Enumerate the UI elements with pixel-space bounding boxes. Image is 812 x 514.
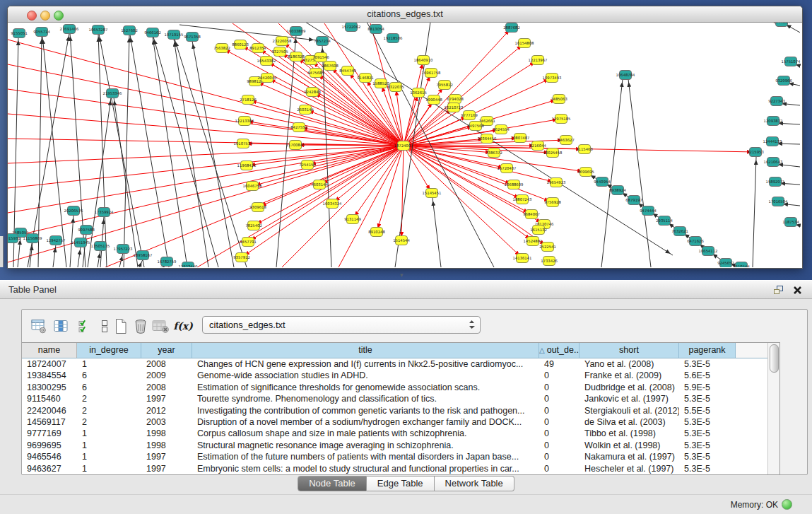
column-header-title[interactable]: title	[192, 343, 539, 358]
graph-node[interactable]: 10648784	[616, 71, 636, 80]
graph-node[interactable]: 13505135	[91, 242, 110, 251]
graph-node[interactable]: 15720407	[498, 164, 517, 173]
graph-node[interactable]: 8860123	[232, 40, 249, 49]
graph-node[interactable]: 16961758	[422, 69, 442, 78]
column-header-pagerank[interactable]: pagerank	[679, 343, 736, 358]
graph-node[interactable]: 10688609	[505, 180, 524, 189]
graph-node[interactable]: 9463627	[558, 136, 575, 145]
graph-node[interactable]: 6210544	[733, 262, 750, 268]
graph-node[interactable]: 7825402	[245, 221, 262, 230]
graph-node[interactable]: 8322035	[387, 83, 404, 92]
graph-node[interactable]: 7091546	[312, 53, 329, 62]
column-header-name[interactable]: name	[22, 343, 77, 358]
graph-node[interactable]: 9329966	[775, 76, 792, 86]
graph-node[interactable]: 9699695	[577, 168, 594, 177]
new-table-icon[interactable]	[111, 317, 131, 335]
table-select-dropdown[interactable]: citations_edges.txt	[202, 316, 481, 334]
delete-table-icon[interactable]	[131, 317, 151, 335]
tab-network-table[interactable]: Network Table	[435, 476, 514, 491]
graph-node[interactable]: 11451945	[71, 238, 90, 247]
graph-node[interactable]: 9474444	[640, 206, 657, 216]
graph-node[interactable]: 9327505	[271, 47, 288, 57]
table-options-icon[interactable]	[29, 317, 49, 335]
graph-node[interactable]: 9309618	[249, 203, 266, 212]
graph-node[interactable]: 17016504	[769, 197, 789, 206]
graph-node[interactable]: 7386372	[486, 148, 502, 158]
graph-node[interactable]: 9357912	[233, 253, 250, 262]
graph-node[interactable]: 10653287	[89, 25, 108, 35]
graph-node[interactable]: 27691406	[60, 25, 80, 34]
graph-node[interactable]: 7254154	[299, 160, 316, 170]
table-row[interactable]: 1938455462009Genome-wide association stu…	[22, 370, 768, 381]
graph-node[interactable]: 6471626	[687, 237, 704, 246]
graph-node[interactable]: 1990448	[425, 95, 442, 105]
function-builder-icon[interactable]: f(x)	[173, 317, 193, 335]
table-scrollbar[interactable]	[767, 343, 779, 474]
table-row[interactable]: 946554611997Estimation of the future num…	[22, 451, 768, 462]
float-panel-icon[interactable]	[773, 285, 784, 298]
graph-node[interactable]: 15722062	[342, 23, 361, 32]
graph-node[interactable]: 16046758	[243, 182, 263, 191]
graph-node[interactable]: 15892971	[766, 177, 785, 187]
graph-node[interactable]: 17957223	[114, 245, 133, 254]
graph-node[interactable]: 7857234	[314, 37, 331, 46]
graph-node[interactable]: 12975185	[552, 115, 571, 124]
network-window-titlebar[interactable]: citations_edges.txt	[8, 6, 802, 23]
table-row[interactable]: 2242004622012Investigating the contribut…	[22, 405, 768, 416]
graph-node[interactable]: 10107534	[234, 139, 254, 148]
graph-node[interactable]: 9457791	[240, 238, 257, 247]
delete-column-icon[interactable]	[151, 317, 170, 335]
graph-node[interactable]: 7955812	[436, 81, 453, 90]
tab-edge-table[interactable]: Edge Table	[367, 476, 435, 491]
graph-node[interactable]: 8454749	[339, 66, 356, 76]
graph-node[interactable]: 23226058	[273, 37, 293, 46]
graph-node[interactable]: 9227343	[768, 97, 785, 106]
graph-node[interactable]: 2603144	[297, 105, 314, 115]
graph-node[interactable]: 8215953	[747, 148, 764, 157]
graph-node[interactable]: 18640910	[414, 56, 434, 65]
graph-node[interactable]: 19218506	[384, 34, 404, 43]
splitter-handle-icon[interactable]: ▾	[400, 271, 404, 279]
graph-node[interactable]: 1733426	[541, 257, 558, 266]
table-row[interactable]: 1456911722003Disruption of a novel membe…	[22, 416, 768, 428]
close-panel-icon[interactable]	[793, 285, 802, 298]
graph-node[interactable]: 6497568	[467, 122, 484, 131]
graph-node[interactable]: 8427552	[290, 123, 307, 132]
graph-node[interactable]: 16154808	[515, 39, 535, 48]
graph-node[interactable]: 9671358	[184, 33, 201, 42]
column-visibility-icon[interactable]	[52, 317, 71, 335]
graph-node[interactable]: 2887682	[503, 23, 520, 33]
table-row[interactable]: 969969511998Structural magnetic resonanc…	[22, 440, 768, 451]
graph-node[interactable]: 12213967	[529, 56, 548, 65]
tab-node-table[interactable]: Node Table	[298, 476, 367, 491]
graph-node[interactable]: 3624554	[493, 125, 510, 134]
graph-node[interactable]: 11700845	[286, 141, 305, 150]
column-header-out_de[interactable]: △out_de...	[539, 343, 579, 358]
graph-node[interactable]: 7563822	[213, 44, 230, 53]
table-row[interactable]: 1830029562008Estimation of significance …	[22, 382, 768, 393]
network-canvas[interactable]: 9155051905571427691406106532871527602946…	[8, 23, 801, 267]
graph-node[interactable]: 9440954	[594, 177, 611, 187]
graph-node[interactable]: 8910248	[368, 228, 385, 237]
graph-node[interactable]: 10025458	[543, 148, 563, 158]
graph-node[interactable]: 7485063	[551, 95, 567, 104]
graph-node[interactable]: 10958167	[134, 251, 153, 260]
select-all-icon[interactable]	[76, 317, 95, 335]
graph-node[interactable]: 12923446	[179, 262, 199, 268]
graph-node[interactable]: 11968426	[237, 161, 257, 170]
graph-node[interactable]: 9684067	[523, 210, 540, 219]
graph-node[interactable]: 8912354	[249, 44, 266, 53]
graph-node[interactable]: 14136141	[513, 254, 532, 263]
graph-node[interactable]: 9146821	[357, 74, 374, 83]
graph-node[interactable]: 9242848	[304, 88, 321, 97]
graph-node[interactable]: 9756928	[544, 198, 561, 207]
graph-node[interactable]: 20206576	[64, 206, 84, 216]
graph-node[interactable]: 2935114	[656, 216, 673, 226]
column-header-short[interactable]: short	[579, 343, 679, 358]
graph-node[interactable]: 9245652	[717, 259, 734, 268]
graph-node[interactable]: 10719155	[165, 30, 184, 40]
graph-node[interactable]: 9466162	[144, 28, 161, 37]
graph-node[interactable]: 2718126	[240, 95, 257, 105]
table-row[interactable]: 977716911998Corpus callosum shape and si…	[22, 428, 768, 439]
graph-node[interactable]: 6879197	[625, 196, 642, 205]
